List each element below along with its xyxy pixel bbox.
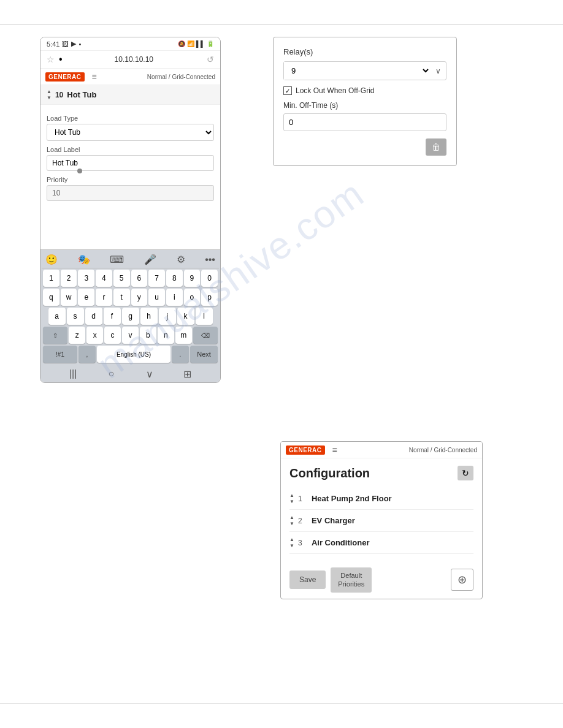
priority-display: 10 (47, 185, 214, 201)
arrow-up[interactable]: ▲ (47, 89, 52, 94)
key-h[interactable]: h (140, 308, 158, 325)
key-t[interactable]: t (113, 289, 130, 306)
more-icon[interactable]: ••• (205, 254, 215, 265)
key-1[interactable]: 1 (43, 270, 59, 287)
key-m[interactable]: m (175, 327, 192, 344)
key-u[interactable]: u (148, 289, 165, 306)
status-bar-right: 🔕 📶 ▌▌ 🔋 (178, 40, 214, 47)
mic-icon[interactable]: 🎤 (144, 254, 156, 265)
item2-arrows[interactable]: ▲ ▼ (289, 515, 294, 526)
key-z[interactable]: z (69, 327, 85, 344)
period-key[interactable]: . (172, 346, 189, 363)
back-icon[interactable]: ∨ (131, 368, 169, 380)
key-a[interactable]: a (48, 308, 66, 325)
app-header-status: Normal / Grid-Connected (147, 74, 215, 80)
min-off-input[interactable] (283, 113, 446, 131)
next-key[interactable]: Next (190, 346, 218, 363)
item1-arrow-down[interactable]: ▼ (289, 499, 294, 504)
key-8[interactable]: 8 (166, 270, 183, 287)
key-k[interactable]: k (177, 308, 194, 325)
home-icon[interactable]: ○ (92, 368, 130, 380)
key-q[interactable]: q (43, 289, 59, 306)
gif-icon[interactable]: 🎭 (78, 254, 90, 265)
config-title-row: Configuration ↻ (289, 466, 473, 480)
item3-arrow-up[interactable]: ▲ (289, 537, 294, 542)
key-x[interactable]: x (86, 327, 103, 344)
relay-label: Relay(s) (283, 47, 446, 56)
config-item-2: ▲ ▼ 2 EV Charger (289, 510, 473, 532)
reload-icon[interactable]: ↺ (205, 55, 215, 64)
key-o[interactable]: o (184, 289, 201, 306)
key-w[interactable]: w (61, 289, 77, 306)
item2-arrow-up[interactable]: ▲ (289, 515, 294, 520)
relay-select-row[interactable]: 9 ∨ (283, 61, 446, 80)
load-label-input[interactable] (47, 155, 214, 171)
key-b[interactable]: b (140, 327, 156, 344)
settings-icon[interactable]: ⚙ (177, 254, 185, 265)
key-n[interactable]: n (158, 327, 174, 344)
key-p[interactable]: p (201, 289, 218, 306)
space-key[interactable]: English (US) (97, 346, 170, 363)
key-c[interactable]: c (104, 327, 121, 344)
config-generac-logo: GENERAC (286, 446, 325, 455)
apps-icon[interactable]: ⊞ (169, 368, 207, 380)
load-type-select[interactable]: Hot Tub (47, 124, 214, 141)
config-default-priorities-button[interactable]: DefaultPriorities (331, 567, 372, 593)
key-6[interactable]: 6 (131, 270, 148, 287)
key-7[interactable]: 7 (148, 270, 165, 287)
emoji-icon[interactable]: 🙂 (45, 254, 58, 265)
dot-status: • (59, 54, 63, 65)
item1-arrow-up[interactable]: ▲ (289, 493, 294, 498)
key-l[interactable]: l (196, 308, 213, 325)
config-title: Configuration (289, 466, 370, 480)
shift-key[interactable]: ⇧ (43, 327, 67, 344)
lockout-checkbox[interactable]: ✓ (283, 86, 292, 95)
config-save-button[interactable]: Save (289, 571, 326, 589)
key-3[interactable]: 3 (78, 270, 94, 287)
key-g[interactable]: g (122, 308, 139, 325)
keyboard: 🙂 🎭 ⌨ 🎤 ⚙ ••• 1 2 3 4 5 6 7 8 9 0 (40, 249, 220, 382)
item3-arrows[interactable]: ▲ ▼ (289, 537, 294, 548)
keyboard-switch-icon[interactable]: ⌨ (110, 254, 124, 265)
config-add-button[interactable]: ⊕ (451, 569, 473, 591)
config-hamburger-icon[interactable]: ≡ (332, 445, 337, 455)
relay-select[interactable]: 9 (284, 62, 431, 80)
hamburger-icon[interactable]: ≡ (92, 72, 97, 82)
key-5[interactable]: 5 (113, 270, 130, 287)
key-v[interactable]: v (122, 327, 139, 344)
key-4[interactable]: 4 (96, 270, 112, 287)
config-item-1: ▲ ▼ 1 Heat Pump 2nd Floor (289, 488, 473, 510)
dot-icon: • (79, 40, 81, 48)
battery-icon: 🔋 (207, 40, 214, 47)
key-y[interactable]: y (131, 289, 148, 306)
star-icon[interactable]: ☆ (45, 55, 55, 64)
comma-key[interactable]: , (79, 346, 96, 363)
item2-arrow-down[interactable]: ▼ (289, 521, 294, 526)
special-chars-key[interactable]: !#1 (43, 346, 77, 363)
key-f[interactable]: f (104, 308, 121, 325)
relay-select-arrow-icon: ∨ (431, 63, 446, 79)
priority-arrows[interactable]: ▲ ▼ (47, 89, 52, 100)
recents-icon[interactable]: ||| (54, 368, 92, 380)
arrow-down[interactable]: ▼ (47, 95, 52, 100)
delete-button[interactable]: 🗑 (426, 138, 446, 156)
key-2[interactable]: 2 (61, 270, 77, 287)
item1-name: Heat Pump 2nd Floor (312, 494, 392, 503)
load-label-label: Load Label (47, 146, 214, 153)
key-0[interactable]: 0 (201, 270, 218, 287)
backspace-key[interactable]: ⌫ (193, 327, 218, 344)
config-panel: GENERAC ≡ Normal / Grid-Connected Config… (280, 441, 483, 599)
key-9[interactable]: 9 (184, 270, 201, 287)
key-i[interactable]: i (166, 289, 183, 306)
key-r[interactable]: r (96, 289, 112, 306)
key-j[interactable]: j (159, 308, 176, 325)
config-refresh-button[interactable]: ↻ (458, 466, 473, 480)
item1-arrows[interactable]: ▲ ▼ (289, 493, 294, 504)
key-d[interactable]: d (85, 308, 102, 325)
item3-arrow-down[interactable]: ▼ (289, 543, 294, 548)
key-s[interactable]: s (67, 308, 84, 325)
key-e[interactable]: e (78, 289, 94, 306)
url-display[interactable]: 10.10.10.10 (66, 55, 202, 64)
keyboard-top-row: 🙂 🎭 ⌨ 🎤 ⚙ ••• (42, 252, 219, 268)
config-app-header-status: Normal / Grid-Connected (409, 447, 477, 453)
